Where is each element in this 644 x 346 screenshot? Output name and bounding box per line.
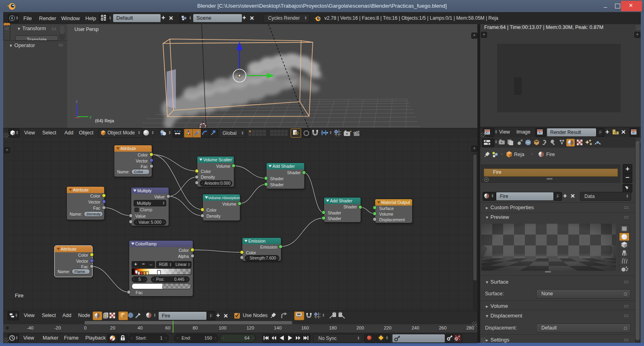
svg-text:z: z bbox=[76, 99, 78, 104]
svg-text:y: y bbox=[89, 114, 92, 119]
